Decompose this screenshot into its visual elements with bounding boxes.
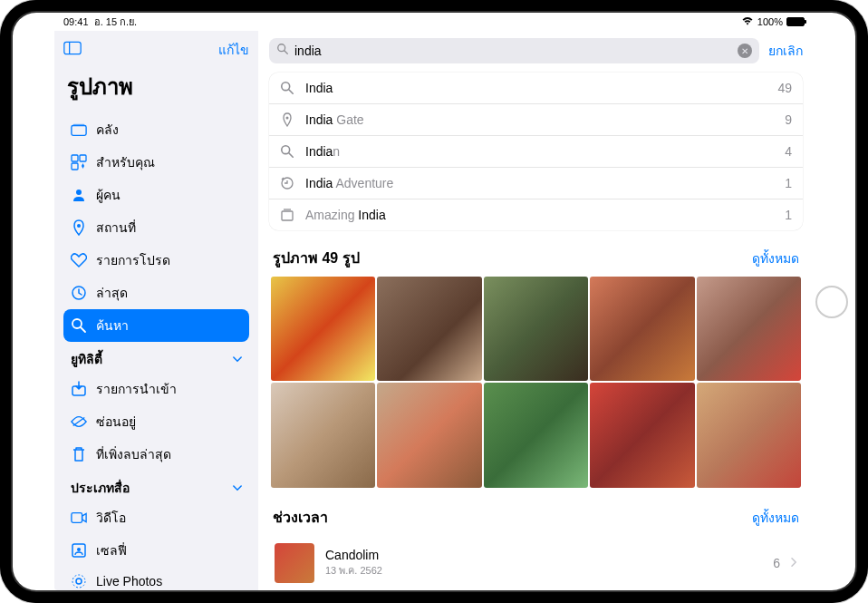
section-title: ยูทิลิตี้	[71, 349, 102, 369]
status-time: 09:41 อ. 15 ก.ย.	[63, 14, 137, 30]
sidebar-item-favorites[interactable]: รายการโปรด	[63, 244, 249, 277]
search-icon	[71, 317, 87, 334]
sidebar-item-label: ซ่อนอยู่	[96, 412, 136, 432]
search-icon	[280, 144, 294, 159]
svg-rect-4	[72, 155, 78, 161]
moments-section-title: ช่วงเวลา	[273, 506, 328, 529]
cancel-button[interactable]: ยกเลิก	[768, 41, 803, 61]
sidebar-item-people[interactable]: ผู้คน	[63, 179, 249, 211]
suggestion-text: India	[305, 81, 767, 95]
moment-count: 6	[773, 556, 780, 570]
photo-thumbnail[interactable]	[484, 277, 588, 381]
sidebar-item-label: ล่าสุด	[96, 283, 128, 303]
photo-grid	[258, 277, 814, 502]
sidebar-item-library[interactable]: คลัง	[63, 113, 249, 146]
photo-thumbnail[interactable]	[590, 383, 694, 487]
svg-rect-0	[64, 42, 81, 53]
sidebar: แก้ไข รูปภาพ คลังสำหรับคุณผู้คนสถานที่รา…	[54, 31, 258, 590]
sidebar-item-label: รายการนำเข้า	[96, 379, 177, 399]
status-bar: 09:41 อ. 15 ก.ย. 100%	[54, 13, 814, 31]
search-icon	[280, 81, 294, 95]
sidebar-item-hidden[interactable]: ซ่อนอยู่	[63, 405, 249, 438]
suggestion-count: 1	[785, 208, 792, 222]
suggestion-row[interactable]: India Gate9	[269, 104, 803, 136]
photo-thumbnail[interactable]	[697, 383, 801, 487]
clear-search-icon[interactable]: ✕	[738, 44, 752, 58]
svg-line-21	[285, 51, 288, 54]
photo-thumbnail[interactable]	[697, 277, 801, 381]
suggestion-count: 4	[785, 144, 792, 159]
moment-thumbnail	[275, 543, 314, 583]
sidebar-item-trash[interactable]: ที่เพิ่งลบล่าสุด	[63, 438, 249, 471]
trash-icon	[71, 446, 87, 462]
suggestion-count: 9	[785, 112, 792, 127]
suggestion-count: 1	[785, 176, 792, 190]
moments-see-all[interactable]: ดูทั้งหมด	[752, 508, 799, 528]
imports-icon	[71, 381, 87, 397]
suggestion-text: India Gate	[305, 112, 774, 127]
hidden-icon	[71, 413, 87, 430]
sidebar-item-label: สำหรับคุณ	[96, 152, 155, 172]
foryou-icon	[71, 154, 87, 170]
sidebar-item-search[interactable]: ค้นหา	[63, 309, 249, 342]
photos-see-all[interactable]: ดูทั้งหมด	[752, 248, 799, 268]
photo-thumbnail[interactable]	[271, 383, 375, 487]
sidebar-item-label: คลัง	[96, 120, 119, 140]
svg-point-8	[77, 224, 81, 228]
photos-section-title: รูปภาพ 49 รูป	[273, 247, 360, 269]
sidebar-item-imports[interactable]: รายการนำเข้า	[63, 373, 249, 405]
battery-icon	[786, 17, 805, 26]
sidebar-item-live[interactable]: Live Photos	[63, 567, 249, 590]
sidebar-item-recents[interactable]: ล่าสุด	[63, 277, 249, 309]
suggestion-text: India Adventure	[305, 176, 774, 190]
sidebar-section-header[interactable]: ยูทิลิตี้	[63, 342, 249, 373]
suggestion-row[interactable]: Indian4	[269, 136, 803, 168]
sidebar-item-foryou[interactable]: สำหรับคุณ	[63, 146, 249, 179]
suggestion-row[interactable]: Amazing India1	[269, 199, 803, 230]
moments-list: Candolim13 พ.ค. 25626Anjuna Beach11 พ.ค.…	[258, 536, 814, 590]
edit-button[interactable]: แก้ไข	[218, 40, 249, 60]
svg-rect-2	[72, 126, 86, 136]
svg-point-7	[76, 190, 82, 195]
sidebar-item-places[interactable]: สถานที่	[63, 211, 249, 244]
svg-line-23	[289, 90, 293, 93]
video-icon	[71, 510, 87, 526]
suggestion-text: Amazing India	[305, 208, 774, 222]
album-icon	[280, 208, 294, 222]
live-icon	[71, 573, 87, 589]
places-icon	[71, 219, 87, 236]
sidebar-item-label: สถานที่	[96, 218, 136, 238]
photo-thumbnail[interactable]	[484, 383, 588, 487]
favorites-icon	[71, 252, 87, 268]
search-input[interactable]	[294, 44, 732, 58]
sidebar-item-video[interactable]: วิดีโอ	[63, 501, 249, 534]
section-title: ประเภทสื่อ	[71, 478, 130, 498]
chevron-down-icon	[233, 353, 242, 365]
photo-thumbnail[interactable]	[271, 277, 375, 381]
svg-line-11	[81, 327, 85, 332]
wifi-icon	[741, 16, 754, 28]
sidebar-section-header[interactable]: ประเภทสื่อ	[63, 471, 249, 501]
chevron-down-icon	[233, 481, 242, 494]
svg-point-16	[77, 548, 81, 551]
svg-rect-3	[73, 124, 85, 126]
chevron-right-icon	[791, 557, 797, 569]
sidebar-item-label: รายการโปรด	[96, 250, 170, 270]
search-box[interactable]: ✕	[269, 38, 759, 63]
search-icon	[276, 43, 289, 59]
suggestion-row[interactable]: India Adventure1	[269, 168, 803, 199]
photo-thumbnail[interactable]	[377, 277, 481, 381]
svg-point-17	[76, 579, 82, 584]
sidebar-toggle-icon[interactable]	[63, 41, 82, 60]
people-icon	[71, 187, 87, 203]
photo-thumbnail[interactable]	[590, 277, 694, 381]
photo-thumbnail[interactable]	[377, 383, 481, 487]
sidebar-item-label: Live Photos	[96, 574, 162, 588]
moment-info: Candolim13 พ.ค. 2562	[325, 548, 762, 579]
home-button[interactable]	[815, 286, 848, 318]
moment-row[interactable]: Candolim13 พ.ค. 25626	[271, 536, 801, 590]
library-icon	[71, 122, 87, 138]
svg-rect-5	[80, 155, 86, 161]
suggestion-row[interactable]: India49	[269, 73, 803, 104]
sidebar-item-selfie[interactable]: เซลฟี่	[63, 534, 249, 567]
